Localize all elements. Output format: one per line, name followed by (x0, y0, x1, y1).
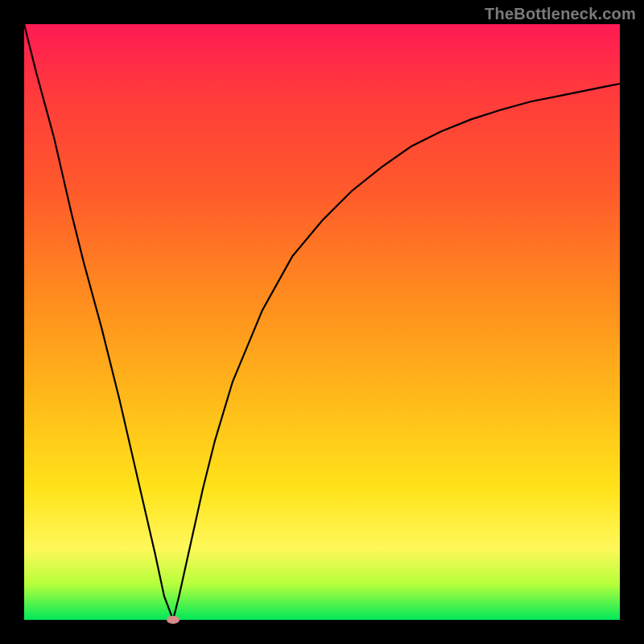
plot-area (24, 24, 620, 620)
chart-frame: TheBottleneck.com (0, 0, 644, 644)
min-point-marker (167, 616, 180, 624)
watermark-text: TheBottleneck.com (485, 5, 636, 23)
bottleneck-curve (24, 24, 620, 620)
curve-path (24, 24, 620, 620)
